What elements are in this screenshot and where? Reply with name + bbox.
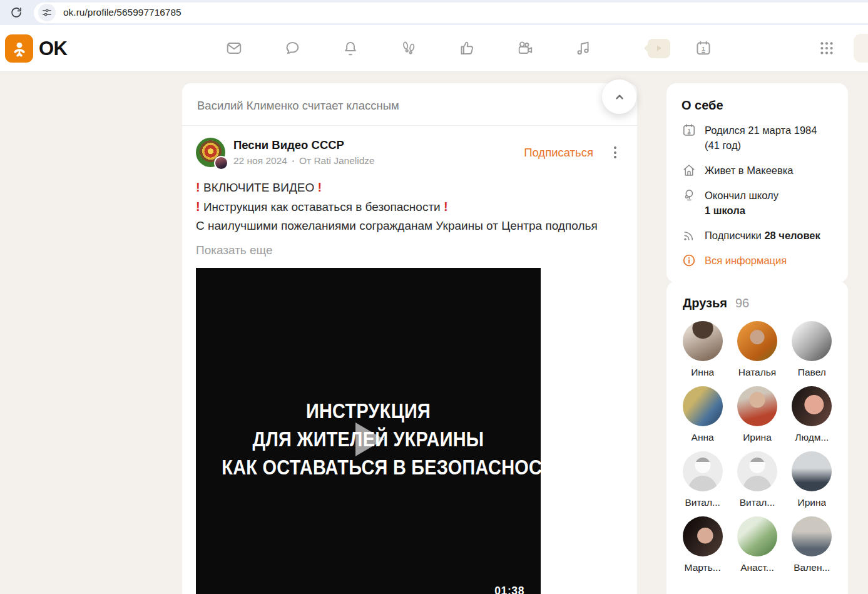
friends-title[interactable]: Друзья (683, 296, 727, 310)
post-via[interactable]: От Rati Janelidze (299, 155, 375, 166)
video-player[interactable]: ИНСТРУКЦИЯ ДЛЯ ЖИТЕЛЕЙ УКРАИНЫ КАК ОСТАВ… (196, 268, 541, 594)
friend-item[interactable]: Витал... (675, 451, 730, 508)
scroll-to-top-button[interactable] (602, 79, 636, 114)
about-location: Живет в Макеевка (682, 163, 834, 178)
home-icon (682, 163, 697, 178)
friend-avatar (737, 516, 777, 556)
friend-item[interactable]: Ирина (730, 386, 784, 443)
group-avatar[interactable] (196, 138, 225, 167)
friends-title-row: Друзья 96 (675, 296, 839, 310)
school-globe-icon (682, 188, 697, 203)
play-icon[interactable] (350, 420, 387, 461)
ok-logo[interactable]: OK (5, 34, 68, 63)
reposter-avatar (214, 156, 228, 170)
friend-item[interactable]: Анна (675, 386, 730, 443)
svg-text:1: 1 (702, 45, 705, 52)
notifications-icon[interactable] (342, 39, 359, 57)
chevron-up-icon (613, 90, 626, 104)
events-icon[interactable]: 1 (695, 39, 712, 57)
exclamation-icon: ! (196, 180, 200, 194)
site-header: OK (0, 25, 868, 72)
group-name[interactable]: Песни Видео СССР (233, 138, 375, 152)
dot-separator (292, 160, 294, 162)
profile-avatar-partial[interactable] (854, 34, 868, 63)
friend-avatar (683, 386, 723, 426)
about-birthday: 1 Родился 21 марта 1984 (41 год) (682, 123, 834, 153)
post-date: 22 ноя 2024 (233, 155, 287, 166)
ok-logo-text: OK (39, 38, 68, 60)
friends-card: Друзья 96 Инна Наталья Павел Анна Ир (666, 281, 848, 594)
video-duration: 01:38 (494, 585, 524, 594)
about-title: О себе (682, 98, 834, 113)
friend-item[interactable]: Витал... (730, 451, 784, 508)
video-play-icon[interactable] (648, 39, 670, 58)
post-menu-icon[interactable] (611, 143, 620, 161)
friend-avatar (792, 321, 832, 361)
music-icon[interactable] (574, 39, 592, 57)
friend-avatar-placeholder (737, 451, 777, 491)
friend-avatar (737, 386, 777, 426)
post-text-line-2: ! Инструкция как оставаться в безопаснос… (196, 197, 622, 217)
friend-item[interactable]: Наталья (730, 321, 784, 378)
friend-avatar (792, 451, 832, 491)
ok-logo-icon (5, 34, 33, 63)
header-nav: 1 (225, 25, 753, 71)
post-text-line-3: С наилучшими пожеланиями согражданам Укр… (196, 217, 622, 235)
friends-count: 96 (735, 296, 749, 310)
exclamation-icon: ! (444, 200, 448, 213)
friends-grid: Инна Наталья Павел Анна Ирина Людм... (675, 321, 839, 573)
about-card: О себе 1 Родился 21 марта 1984 (41 год) … (666, 83, 848, 283)
feed-post-card: Василий Клименко считает классным Песни … (182, 83, 637, 594)
info-icon (682, 253, 697, 268)
friend-avatar (792, 386, 832, 426)
friend-avatar (737, 321, 777, 361)
feed-reason: Василий Клименко считает классным (182, 83, 637, 126)
friend-item[interactable]: Марть... (675, 516, 730, 573)
friend-item[interactable]: Инна (675, 321, 730, 378)
site-settings-icon[interactable] (38, 4, 56, 21)
post-text: ! ВКЛЮЧИТЕ ВИДЕО ! ! Инструкция как оста… (182, 167, 637, 235)
friend-avatar (683, 516, 723, 556)
friend-item[interactable]: Людм... (785, 386, 839, 443)
friend-avatar-placeholder (683, 451, 723, 491)
exclamation-icon: ! (318, 180, 322, 194)
post-author-row: Песни Видео СССР 22 ноя 2024 От Rati Jan… (182, 126, 637, 167)
post-meta: 22 ноя 2024 От Rati Janelidze (233, 155, 375, 166)
apps-grid-icon[interactable] (819, 40, 835, 56)
friend-item[interactable]: Павел (785, 321, 839, 378)
browser-toolbar: ok.ru/profile/565997716785 (0, 0, 868, 25)
friend-avatar (792, 516, 832, 556)
exclamation-icon: ! (196, 200, 200, 213)
guests-icon[interactable] (400, 39, 417, 57)
messages-icon[interactable] (225, 39, 243, 57)
birthday-calendar-icon: 1 (682, 123, 697, 138)
friend-item[interactable]: Ирина (785, 451, 839, 508)
video-icon[interactable] (516, 39, 534, 57)
show-more-link[interactable]: Показать еще (182, 235, 288, 257)
page-body: Василий Клименко считает классным Песни … (0, 73, 868, 594)
subscribers-rss-icon (682, 228, 697, 243)
all-info-link[interactable]: Вся информация (682, 253, 834, 268)
address-bar[interactable]: ok.ru/profile/565997716785 (34, 3, 868, 23)
likes-icon[interactable] (458, 39, 476, 57)
reload-icon[interactable] (9, 5, 24, 20)
url-text: ok.ru/profile/565997716785 (63, 7, 181, 18)
post-text-line-1: ! ВКЛЮЧИТЕ ВИДЕО ! (196, 178, 622, 197)
author-info: Песни Видео СССР 22 ноя 2024 От Rati Jan… (233, 138, 375, 166)
friend-avatar (683, 321, 723, 361)
svg-text:1: 1 (688, 128, 691, 134)
friend-item[interactable]: Вален... (785, 516, 839, 573)
chat-icon[interactable] (283, 39, 301, 57)
about-subscribers: Подписчики 28 человек (682, 228, 834, 243)
subscribe-button[interactable]: Подписаться (524, 146, 593, 160)
header-right-cluster (819, 25, 868, 71)
about-school: Окончил школу 1 школа (682, 188, 834, 218)
friend-item[interactable]: Анаст... (730, 516, 784, 573)
